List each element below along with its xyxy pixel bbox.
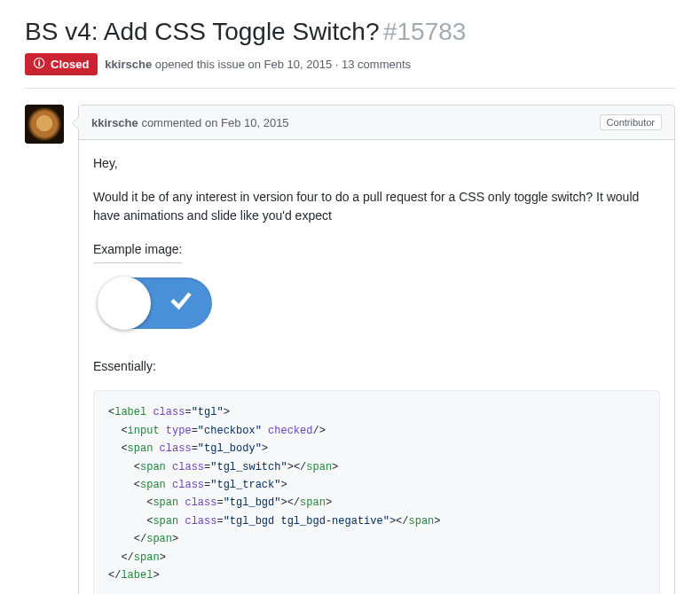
issue-title[interactable]: BS v4: Add CSS Toggle Switch?: [25, 18, 380, 45]
comment-box: kkirsche commented on Feb 10, 2015 Contr…: [78, 105, 675, 594]
body-essentially: Essentially:: [93, 357, 660, 377]
toggle-knob: [98, 277, 151, 330]
issue-title-row: BS v4: Add CSS Toggle Switch? #15783: [25, 18, 675, 46]
issue-number: #15783: [383, 18, 466, 45]
issue-meta: Closed kkirsche opened this issue on Feb…: [25, 53, 675, 89]
comment-thread: kkirsche commented on Feb 10, 2015 Contr…: [25, 105, 675, 594]
toggle-example-image: [98, 277, 212, 329]
avatar-image: [25, 105, 64, 144]
state-badge: Closed: [25, 53, 98, 75]
issue-meta-rest: opened this issue on Feb 10, 2015 · 13 c…: [152, 58, 411, 71]
issue-opener[interactable]: kkirsche: [105, 58, 152, 71]
code-block: <label class="tgl"> <input type="checkbo…: [93, 390, 660, 594]
example-caption: Example image:: [93, 240, 182, 263]
comment-body: Hey, Would it be of any interest in vers…: [79, 140, 674, 594]
issue-closed-icon: [34, 57, 46, 72]
body-greeting: Hey,: [93, 154, 660, 174]
issue-meta-text: kkirsche opened this issue on Feb 10, 20…: [105, 58, 411, 71]
comment-header-left: kkirsche commented on Feb 10, 2015: [91, 116, 289, 129]
comment-author[interactable]: kkirsche: [91, 116, 138, 129]
comment-action: commented on Feb 10, 2015: [138, 116, 289, 129]
role-badge: Contributor: [600, 114, 662, 130]
state-label: Closed: [51, 58, 89, 71]
body-para1: Would it be of any interest in version f…: [93, 188, 660, 226]
check-icon: [168, 286, 194, 319]
avatar[interactable]: [25, 105, 64, 144]
comment-header: kkirsche commented on Feb 10, 2015 Contr…: [79, 106, 674, 140]
